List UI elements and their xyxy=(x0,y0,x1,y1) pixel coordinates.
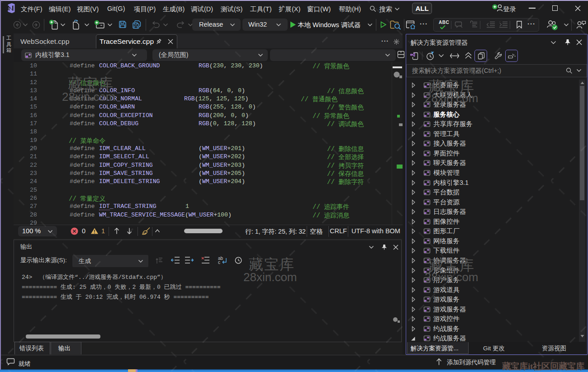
svg-text:?: ? xyxy=(499,21,501,23)
svg-text:c: c xyxy=(218,260,220,264)
